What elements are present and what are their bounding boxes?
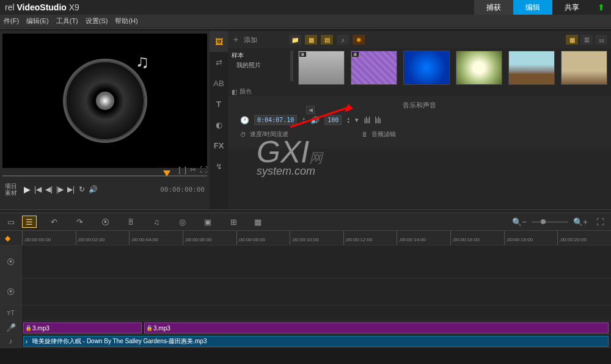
thumb-5[interactable]: [508, 51, 555, 85]
zoom-slider[interactable]: [532, 221, 568, 223]
music-clip[interactable]: 唯美旋律伴你入眠 - Down By The Salley Gardens-藤田…: [23, 336, 609, 347]
title-bar: rel VideoStudio X9 捕获 编辑 共享 ⬆: [0, 0, 611, 15]
fit-button[interactable]: ⛶: [593, 216, 607, 228]
mark-in-icon[interactable]: [: [178, 166, 180, 174]
color-label: 颜色: [240, 87, 252, 96]
nav-left-icon[interactable]: ◀: [306, 106, 315, 114]
menu-file[interactable]: 件(F): [0, 16, 23, 26]
fade-in-icon[interactable]: ılıl: [364, 115, 370, 125]
video-track-icon[interactable]: ⦿: [0, 246, 22, 278]
preview-window: ♫: [2, 34, 207, 168]
playback-controls: 项目素材 ▶ |◀ ◀| |▶ ▶| ↻ 🔊 00:00:00:00: [0, 180, 210, 198]
batch-button[interactable]: ▦: [251, 216, 265, 228]
duration-spinner[interactable]: ▲▼: [302, 117, 306, 124]
scrub-bar[interactable]: [ ] ✂ ⛶: [2, 170, 207, 180]
time-ruler[interactable]: ◆ ,00:00:00:00 ,00:00:02:00 ,00:00:04:00…: [0, 231, 611, 246]
video-track[interactable]: [22, 246, 611, 278]
duration-field[interactable]: 0:04:07.10: [254, 115, 297, 125]
timeline-tracks: ⦿ ⦿ ᴛT 🎤 3.mp3 3.mp3 ♪ 唯美旋律伴你入眠 - Down B…: [0, 246, 611, 348]
fade-out-icon[interactable]: lılı: [375, 115, 381, 125]
speed-time-button[interactable]: ⏱速度/时间流逝: [240, 130, 288, 139]
multicam-button[interactable]: ⊞: [226, 216, 241, 228]
filter-favs-icon[interactable]: ✱: [353, 35, 365, 45]
timecode-display[interactable]: 00:00:00:00: [160, 186, 205, 194]
redo-button[interactable]: ↷: [72, 216, 87, 228]
track-motion-button[interactable]: ▣: [200, 216, 215, 228]
end-button[interactable]: ▶|: [66, 185, 76, 194]
split-icon[interactable]: ✂: [190, 166, 196, 174]
update-icon[interactable]: ⬆: [591, 0, 611, 15]
tab-capture[interactable]: 捕获: [474, 0, 513, 15]
music-track-icon[interactable]: ♪: [0, 335, 22, 348]
audio-visual-icon: ♫: [65, 61, 145, 140]
thumb-4[interactable]: [456, 51, 502, 85]
auto-music-button[interactable]: ♫: [149, 216, 164, 228]
home-button[interactable]: |◀: [33, 185, 43, 194]
overlay-track[interactable]: [22, 278, 611, 305]
ruler-playhead-icon[interactable]: ◆: [5, 234, 10, 242]
voice-track-icon[interactable]: 🎤: [0, 321, 22, 334]
color-picker-icon[interactable]: ◧: [232, 89, 237, 95]
lib-graphic-icon[interactable]: ◐: [210, 114, 228, 135]
play-button[interactable]: ▶: [22, 184, 32, 194]
thumb-1[interactable]: ▣: [298, 51, 345, 85]
audio-clip-2[interactable]: 3.mp3: [144, 322, 609, 333]
overlay-track-icon[interactable]: ⦿: [0, 278, 22, 305]
menu-edit[interactable]: 编辑(E): [23, 16, 53, 26]
timeline-view-button[interactable]: ☰: [22, 216, 37, 228]
volume-button[interactable]: 🔊: [88, 185, 98, 194]
prev-frame-button[interactable]: ◀|: [44, 185, 54, 194]
lib-path-icon[interactable]: ↯: [210, 156, 228, 177]
tree-scrollbar[interactable]: [290, 51, 293, 81]
folder-icon[interactable]: 📁: [289, 35, 301, 45]
filter-audio-icon[interactable]: ♪: [337, 35, 349, 45]
filter-photo-icon[interactable]: ▤: [321, 35, 333, 45]
title-track[interactable]: [22, 305, 611, 321]
view-sort-icon[interactable]: ⚏: [595, 35, 607, 45]
speed-icon: ⏱: [240, 131, 246, 138]
options-panel: 音乐和声音 🕐 0:04:07.10 ▲▼ 🔊 100 ▲▼ ▾ ılıl lı…: [228, 96, 611, 148]
menu-settings[interactable]: 设置(S): [82, 16, 112, 26]
menu-help[interactable]: 帮助(H): [111, 16, 141, 26]
voice-track[interactable]: 3.mp3 3.mp3: [22, 321, 611, 334]
volume-dropdown-icon[interactable]: ▾: [355, 116, 359, 124]
zoom-in-button[interactable]: 🔍+: [573, 216, 588, 228]
music-track[interactable]: 唯美旋律伴你入眠 - Down By The Salley Gardens-藤田…: [22, 335, 611, 348]
repeat-button[interactable]: ↻: [77, 185, 87, 194]
mark-out-icon[interactable]: ]: [185, 166, 186, 174]
thumb-3[interactable]: [403, 51, 450, 85]
playhead-icon[interactable]: [163, 170, 170, 177]
app-logo: rel VideoStudio X9: [0, 2, 84, 12]
lib-transition-icon[interactable]: ⇄: [210, 52, 228, 73]
mixer-button[interactable]: 🎚: [123, 216, 138, 228]
lib-title-icon[interactable]: AB: [210, 73, 228, 93]
record-button[interactable]: ⦿: [98, 216, 112, 228]
view-list-icon[interactable]: ☰: [580, 35, 593, 45]
lib-fx-icon[interactable]: FX: [210, 135, 228, 156]
library-tree[interactable]: 样本 我的照片: [232, 51, 285, 70]
audio-filter-button[interactable]: 🎚音频滤镜: [362, 130, 396, 139]
tab-edit[interactable]: 编辑: [513, 0, 552, 15]
menu-tools[interactable]: 工具(T): [53, 16, 82, 26]
subtitle-button[interactable]: ◎: [175, 216, 189, 228]
add-icon[interactable]: ＋: [232, 34, 240, 45]
thumb-2[interactable]: ▣: [351, 51, 397, 85]
storyboard-view-button[interactable]: ▭: [4, 216, 18, 228]
zoom-out-button[interactable]: 🔍−: [512, 216, 527, 228]
filter-icon: 🎚: [362, 131, 368, 138]
thumb-6[interactable]: [561, 51, 607, 85]
undo-button[interactable]: ↶: [46, 216, 61, 228]
menu-bar: 件(F) 编辑(E) 工具(T) 设置(S) 帮助(H): [0, 15, 611, 28]
filter-video-icon[interactable]: ▦: [305, 35, 317, 45]
next-frame-button[interactable]: |▶: [55, 185, 65, 194]
audio-clip-1[interactable]: 3.mp3: [23, 322, 142, 333]
volume-field[interactable]: 100: [324, 115, 342, 125]
title-track-icon[interactable]: ᴛT: [0, 305, 22, 321]
lib-media-icon[interactable]: 🖼: [210, 31, 228, 52]
timeline-toolbar: ▭ ☰ ↶ ↷ ⦿ 🎚 ♫ ◎ ▣ ⊞ ▦ 🔍− 🔍+ ⛶: [0, 213, 611, 231]
enlarge-icon[interactable]: ⛶: [200, 166, 207, 174]
view-thumb-icon[interactable]: ▦: [566, 35, 578, 45]
lib-text-icon[interactable]: T: [210, 93, 228, 114]
volume-spinner[interactable]: ▲▼: [346, 117, 350, 124]
tab-share[interactable]: 共享: [552, 0, 591, 15]
